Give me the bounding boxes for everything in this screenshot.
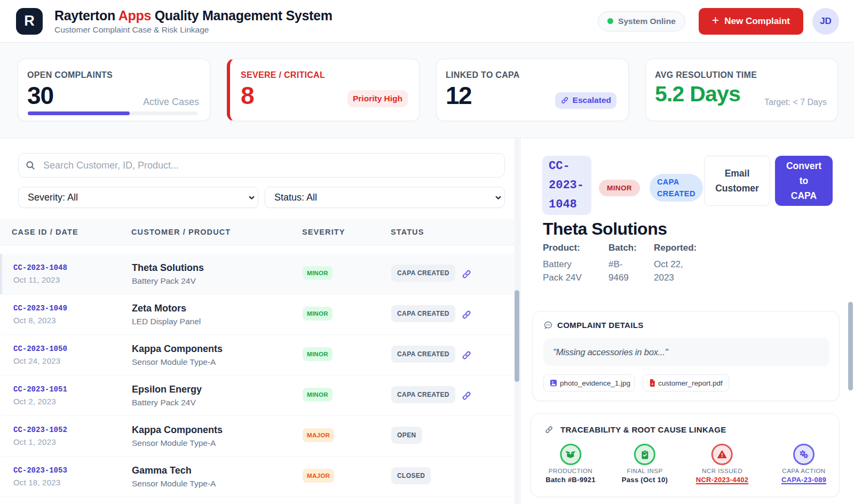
svg-text:A: A <box>652 383 654 386</box>
